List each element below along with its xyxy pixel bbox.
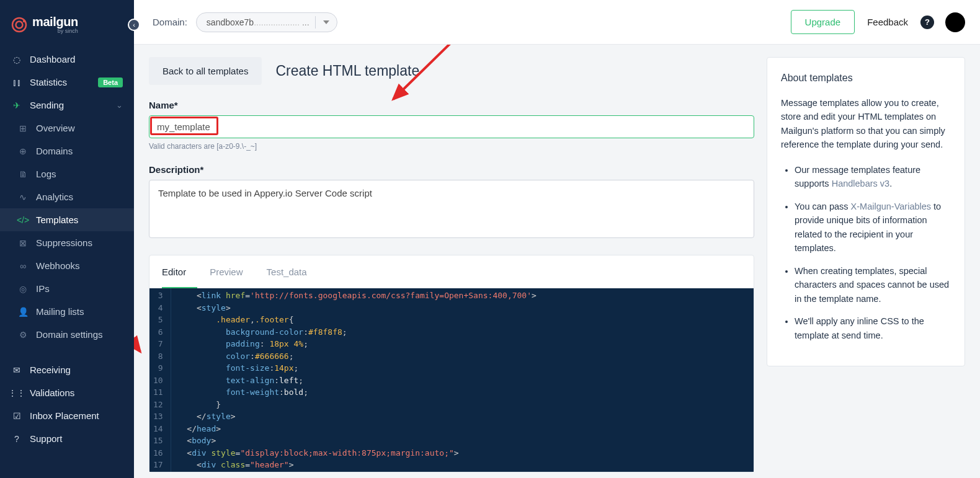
code-editor[interactable]: 345678910111213141516171819202122 <link … <box>149 288 754 472</box>
bar-chart-icon: ⫿⫿ <box>11 77 22 87</box>
sidebar-item-sending[interactable]: ✈Sending⌄ <box>0 94 134 117</box>
domain-value: sandboxe7b................... ... <box>207 17 310 27</box>
link-icon: ∞ <box>17 261 29 271</box>
upgrade-button[interactable]: Upgrade <box>791 10 855 34</box>
description-label: Description* <box>149 164 754 175</box>
logo: mailgun by sinch <box>0 0 134 45</box>
about-intro: Message templates allow you to create, s… <box>781 96 951 152</box>
send-icon: ✈ <box>11 100 22 110</box>
tab-editor[interactable]: Editor <box>162 255 197 288</box>
sidebar-item-receiving[interactable]: ✉Receiving <box>0 358 134 381</box>
back-button[interactable]: Back to all templates <box>149 57 262 85</box>
about-bullets: Our message templates feature supports H… <box>781 163 951 342</box>
about-bullet: When creating templates, special charact… <box>795 264 951 306</box>
about-templates-panel: About templates Message templates allow … <box>767 57 965 366</box>
sidebar-item-logs[interactable]: 🗎Logs <box>0 162 134 185</box>
sidebar-item-webhooks[interactable]: ∞Webhooks <box>0 254 134 277</box>
sidebar-item-suppressions[interactable]: ⊠Suppressions <box>0 231 134 254</box>
page-title: Create HTML template <box>275 63 419 79</box>
about-bullet: You can pass X-Mailgun-Variables to prov… <box>795 200 951 255</box>
code-content: <link href='http://fonts.googleapis.com/… <box>171 288 754 472</box>
sidebar-item-validations[interactable]: ⋮⋮Validations <box>0 381 134 404</box>
sidebar-item-analytics[interactable]: ∿Analytics <box>0 185 134 208</box>
mailgun-logo-icon <box>11 17 27 33</box>
pin-icon: ◎ <box>17 284 29 294</box>
domain-label: Domain: <box>153 17 187 27</box>
about-bullet: Our message templates feature supports H… <box>795 163 951 191</box>
svg-point-2 <box>23 19 25 22</box>
editor-card: Editor Preview Test_data 345678910111213… <box>149 255 754 472</box>
sidebar-item-overview[interactable]: ⊞Overview <box>0 117 134 139</box>
user-icon: 👤 <box>17 307 29 317</box>
tab-test-data[interactable]: Test_data <box>267 255 318 288</box>
block-icon: ⊠ <box>17 238 29 248</box>
sidebar-item-ips[interactable]: ◎IPs <box>0 277 134 300</box>
code-icon: </> <box>17 215 29 225</box>
about-link[interactable]: Handlebars v3 <box>832 179 890 188</box>
sidebar-item-domains[interactable]: ⊕Domains <box>0 139 134 162</box>
globe-icon: ⊕ <box>17 146 29 156</box>
name-help-text: Valid characters are [a-z0-9.\-_~] <box>149 142 754 151</box>
sidebar-item-mailing-lists[interactable]: 👤Mailing lists <box>0 300 134 323</box>
sidebar-item-dashboard[interactable]: ◌Dashboard <box>0 48 134 71</box>
name-input[interactable] <box>149 115 754 138</box>
sidebar-item-inbox-placement[interactable]: ☑Inbox Placement <box>0 404 134 427</box>
sidebar-item-domain-settings[interactable]: ⚙Domain settings <box>0 323 134 346</box>
sidebar-item-support[interactable]: ?Support <box>0 427 134 450</box>
gauge-icon: ◌ <box>11 55 22 64</box>
gear-icon: ⚙ <box>17 330 29 340</box>
chevron-down-icon: ⌄ <box>116 100 123 110</box>
description-input[interactable] <box>149 180 754 238</box>
sidebar-item-statistics[interactable]: ⫿⫿StatisticsBeta <box>0 71 134 94</box>
document-icon: 🗎 <box>17 169 29 179</box>
about-title: About templates <box>781 73 951 84</box>
svg-line-6 <box>134 280 140 352</box>
name-label: Name* <box>149 100 754 110</box>
sidebar: mailgun by sinch ‹ ◌Dashboard ⫿⫿Statisti… <box>0 0 134 478</box>
annotation-arrow-2 <box>134 274 148 361</box>
avatar[interactable] <box>945 12 965 32</box>
grid-icon: ⊞ <box>17 123 29 133</box>
tab-preview[interactable]: Preview <box>210 255 254 288</box>
target-icon: ☑ <box>11 411 22 421</box>
brand-name: mailgun <box>32 15 78 29</box>
svg-point-1 <box>16 21 23 28</box>
help-icon: ? <box>11 434 22 444</box>
domain-select[interactable]: sandboxe7b................... ... <box>196 12 337 32</box>
feedback-link[interactable]: Feedback <box>867 17 908 27</box>
topbar: Domain: sandboxe7b................... ..… <box>134 0 980 45</box>
line-gutter: 345678910111213141516171819202122 <box>149 288 171 472</box>
nav-list: ◌Dashboard ⫿⫿StatisticsBeta ✈Sending⌄ ⊞O… <box>0 48 134 450</box>
about-link[interactable]: X-Mailgun-Variables <box>851 201 931 211</box>
line-chart-icon: ∿ <box>17 192 29 202</box>
chevron-left-icon: ‹ <box>133 22 135 29</box>
brand-sub: by sinch <box>32 28 78 34</box>
collapse-sidebar-button[interactable]: ‹ <box>128 19 140 31</box>
about-bullet: We'll apply any inline CSS to the templa… <box>795 314 951 342</box>
sidebar-item-templates[interactable]: </>Templates <box>0 208 134 231</box>
inbox-icon: ✉ <box>11 365 22 375</box>
help-button[interactable]: ? <box>920 15 934 29</box>
editor-tabs: Editor Preview Test_data <box>149 255 754 288</box>
beta-badge: Beta <box>98 77 123 87</box>
check-icon: ⋮⋮ <box>11 388 22 398</box>
